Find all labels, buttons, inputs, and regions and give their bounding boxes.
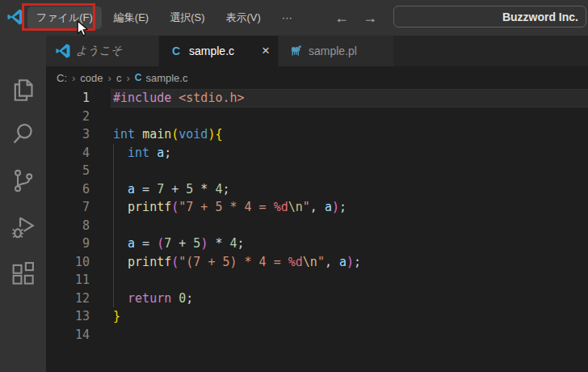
breadcrumb-item[interactable]: Csample.c bbox=[135, 72, 188, 84]
code-text: } bbox=[113, 307, 120, 326]
code-text: printf("(7 + 5) * 4 = %d\n", a); bbox=[113, 253, 361, 272]
tab-welcome[interactable]: ようこそ bbox=[46, 36, 159, 66]
mouse-cursor-icon bbox=[77, 20, 89, 40]
code-line-2[interactable]: 2 bbox=[46, 108, 588, 126]
code-text: int a; bbox=[113, 144, 171, 163]
breadcrumb-separator: › bbox=[72, 72, 75, 84]
code-line-3[interactable]: 3int main(void){ bbox=[46, 125, 588, 144]
code-editor[interactable]: 1#include <stdio.h>23int main(void){4 in… bbox=[46, 89, 588, 372]
line-number: 2 bbox=[46, 108, 90, 126]
line-number: 8 bbox=[46, 217, 90, 235]
code-line-4[interactable]: 4 int a; bbox=[46, 144, 588, 163]
editor-group: ようこそCsample.c×sample.pl C:›code›c›Csampl… bbox=[46, 36, 588, 372]
code-line-11[interactable]: 11 bbox=[46, 271, 588, 290]
tab-sample-c[interactable]: Csample.c× bbox=[159, 36, 279, 66]
code-line-9[interactable]: 9 a = (7 + 5) * 4; bbox=[46, 235, 588, 253]
line-number: 6 bbox=[46, 180, 90, 199]
line-number: 10 bbox=[46, 253, 90, 272]
source-control-icon[interactable] bbox=[10, 168, 36, 193]
activity-bar bbox=[0, 36, 46, 372]
code-text: a = 7 + 5 * 4; bbox=[113, 180, 230, 199]
line-number: 1 bbox=[46, 89, 90, 108]
line-number: 13 bbox=[46, 307, 90, 326]
vscode-logo-icon bbox=[56, 44, 70, 58]
breadcrumb-label: C: bbox=[57, 72, 67, 84]
breadcrumb-item[interactable]: c bbox=[116, 72, 122, 84]
line-number: 3 bbox=[46, 125, 90, 144]
line-number: 14 bbox=[46, 326, 90, 345]
code-line-14[interactable]: 14 bbox=[46, 326, 588, 345]
vscode-logo-icon bbox=[7, 9, 23, 25]
breadcrumb-separator: › bbox=[126, 72, 129, 84]
menu-item-view[interactable]: 表示(V) bbox=[217, 6, 270, 29]
breadcrumb-item[interactable]: code bbox=[80, 72, 103, 84]
line-number: 4 bbox=[46, 144, 90, 163]
search-icon[interactable] bbox=[10, 121, 36, 146]
debug-icon[interactable] bbox=[10, 215, 36, 240]
line-number: 5 bbox=[46, 162, 90, 180]
breadcrumb: C:›code›c›Csample.c bbox=[46, 66, 588, 89]
code-line-13[interactable]: 13} bbox=[46, 307, 588, 326]
line-number: 7 bbox=[46, 198, 90, 217]
forward-arrow-icon[interactable]: → bbox=[363, 10, 377, 27]
perl-camel-icon bbox=[288, 44, 303, 58]
line-number: 12 bbox=[46, 290, 90, 308]
close-tab-icon[interactable]: × bbox=[262, 43, 270, 59]
files-icon[interactable] bbox=[10, 78, 36, 103]
tab-sample-pl[interactable]: sample.pl bbox=[279, 36, 394, 66]
window-title-text: Buzzword Inc. bbox=[502, 11, 578, 23]
code-line-5[interactable]: 5 bbox=[46, 162, 588, 180]
menu-item-more[interactable]: ··· bbox=[273, 6, 301, 29]
back-arrow-icon[interactable]: ← bbox=[334, 10, 349, 27]
tab-label: sample.c bbox=[189, 44, 234, 57]
code-text: a = (7 + 5) * 4; bbox=[113, 235, 245, 253]
line-number: 9 bbox=[46, 235, 90, 253]
code-line-10[interactable]: 10 printf("(7 + 5) * 4 = %d\n", a); bbox=[46, 253, 588, 272]
breadcrumb-separator: › bbox=[108, 72, 111, 84]
tab-label: ようこそ bbox=[76, 44, 122, 58]
code-text: return 0; bbox=[113, 290, 193, 308]
code-text: printf("7 + 5 * 4 = %d\n", a); bbox=[113, 198, 346, 217]
menu-item-selection[interactable]: 選択(S) bbox=[161, 6, 213, 29]
breadcrumb-label: sample.c bbox=[145, 72, 187, 84]
tab-bar: ようこそCsample.c×sample.pl bbox=[46, 36, 588, 66]
tab-label: sample.pl bbox=[309, 44, 357, 57]
c-file-icon: C bbox=[135, 72, 142, 83]
line-number: 11 bbox=[46, 271, 90, 290]
command-center-search[interactable]: Buzzword Inc. bbox=[393, 6, 586, 27]
code-line-7[interactable]: 7 printf("7 + 5 * 4 = %d\n", a); bbox=[46, 198, 588, 217]
code-line-6[interactable]: 6 a = 7 + 5 * 4; bbox=[46, 180, 588, 199]
code-text: #include <stdio.h> bbox=[113, 89, 245, 108]
code-line-12[interactable]: 12 return 0; bbox=[46, 290, 588, 308]
vscode-window: ファイル(F)編集(E)選択(S)表示(V)··· ← → Buzzword I… bbox=[0, 0, 588, 372]
breadcrumb-item[interactable]: C: bbox=[57, 72, 67, 84]
code-line-1[interactable]: 1#include <stdio.h> bbox=[46, 89, 588, 108]
c-file-icon: C bbox=[169, 44, 183, 58]
nav-arrows: ← → bbox=[334, 0, 377, 36]
breadcrumb-label: c bbox=[116, 72, 122, 84]
menu-item-edit[interactable]: 編集(E) bbox=[105, 6, 158, 29]
code-text: int main(void){ bbox=[113, 125, 222, 144]
code-line-8[interactable]: 8 bbox=[46, 217, 588, 235]
extensions-icon[interactable] bbox=[10, 261, 36, 286]
breadcrumb-label: code bbox=[80, 72, 103, 84]
